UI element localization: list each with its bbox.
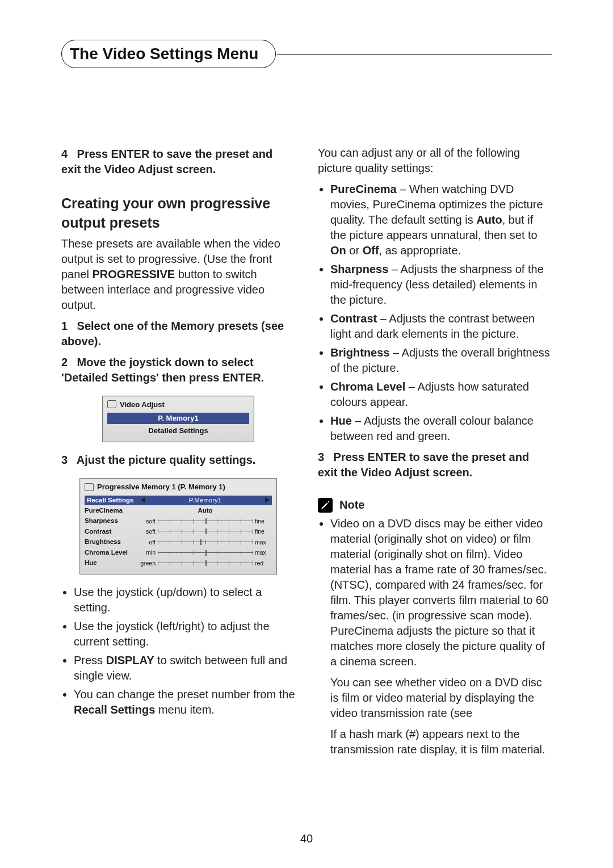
note-bullet: Video on a DVD discs may be either video… (330, 516, 552, 669)
step-3: 3 Ajust the picture quality settings. (61, 452, 295, 468)
note-list: Video on a DVD discs may be either video… (318, 516, 552, 669)
ui2-setting-label: Chroma Level (85, 548, 138, 557)
ui1-highlight: P. Memory1 (107, 413, 249, 424)
columns: 4 Press ENTER to save the preset and exi… (61, 142, 552, 763)
ui2-setting-label: Hue (85, 559, 138, 568)
left-column: 4 Press ENTER to save the preset and exi… (61, 142, 295, 763)
page-number: 40 (0, 832, 613, 845)
ui2-slider: softfine (138, 527, 272, 535)
tv-icon (107, 400, 116, 408)
ui1-sub: Detailed Settings (107, 425, 249, 437)
ui2-setting-row: Huegreenred (85, 558, 272, 569)
ui2-setting-label: Contrast (85, 527, 138, 536)
settings-list: PureCinema – When watching DVD movies, P… (318, 182, 552, 444)
ui2-title-row: Progressive Memory 1 (P. Memory 1) (85, 482, 272, 492)
title-row: The Video Settings Menu (61, 40, 552, 74)
right-lead: You can adjust any or all of the followi… (318, 145, 552, 176)
ui2-setting-row: Brughtnessoffmax (85, 537, 272, 548)
right-column: You can adjust any or all of the followi… (318, 142, 552, 763)
arrow-right-icon (265, 497, 270, 503)
instruction-list: Use the joystick (up/down) to select a s… (61, 585, 295, 718)
ui2-setting-label: Brughtness (85, 538, 138, 547)
note-para-2a: You can see whether video on a DVD disc … (318, 675, 552, 721)
ui2-title: Progressive Memory 1 (P. Memory 1) (97, 482, 225, 492)
subheading: Creating your own progressive output pre… (61, 194, 295, 233)
video-adjust-screenshot: Video Adjust P. Memory1 Detailed Setting… (102, 396, 254, 443)
note-para-2b: If a hash mark (#) appears next to the t… (318, 727, 552, 757)
ui2-recall-row: Recall Settings P.Memory1 (85, 496, 272, 506)
progressive-memory-screenshot: Progressive Memory 1 (P. Memory 1) Recal… (79, 478, 277, 575)
setting-item: Hue – Adjusts the overall colour balance… (330, 413, 552, 444)
setting-item: Brightness – Adjusts the overall brightn… (330, 345, 552, 376)
ui2-setting-label: Sharpness (85, 517, 138, 526)
page: The Video Settings Menu 4 Press ENTER to… (0, 0, 613, 868)
ui2-slider: minmax (138, 548, 272, 556)
step-1: 1 Select one of the Memory presets (see … (61, 318, 295, 349)
ui2-setting-value: Auto (138, 506, 272, 515)
note-label: Note (339, 497, 364, 513)
instruction-item: Use the joystick (left/right) to adjust … (74, 619, 295, 649)
right-step-3: 3 Press ENTER to save the preset and exi… (318, 450, 552, 480)
ui2-recall-label: Recall Settings (87, 496, 141, 505)
ui2-slider: offmax (138, 538, 272, 546)
page-title: The Video Settings Menu (61, 40, 276, 68)
ui2-recall-value: P.Memory1 (189, 496, 221, 505)
step-4: 4 Press ENTER to save the preset and exi… (61, 146, 295, 177)
step-4-text: Press ENTER to save the preset and exit … (61, 148, 272, 175)
setting-item: PureCinema – When watching DVD movies, P… (330, 182, 552, 258)
arrow-left-icon (141, 497, 145, 503)
ui1-title: Video Adjust (120, 400, 165, 410)
note-heading: Note (318, 497, 552, 513)
ui2-setting-row: PureCinemaAuto (85, 505, 272, 516)
intro-paragraph: These presets are available when the vid… (61, 236, 295, 313)
ui2-rows: PureCinemaAutoSharpnesssoftfineContrasts… (85, 505, 272, 568)
ui2-slider: softfine (138, 517, 272, 525)
ui2-setting-row: Chroma Levelminmax (85, 547, 272, 558)
instruction-item: You can change the preset number from th… (74, 687, 295, 718)
instruction-item: Press DISPLAY to switch between full and… (74, 653, 295, 684)
ui2-setting-row: Contrastsoftfine (85, 526, 272, 537)
title-rule (277, 54, 552, 54)
setting-item: Sharpness – Adjusts the sharpness of the… (330, 262, 552, 308)
instruction-item: Use the joystick (up/down) to select a s… (74, 585, 295, 615)
ui2-slider: greenred (138, 559, 272, 567)
tv-icon (85, 483, 94, 491)
pencil-icon (318, 498, 333, 513)
step-4-num: 4 (61, 146, 74, 162)
ui2-setting-row: Sharpnesssoftfine (85, 516, 272, 527)
ui1-title-row: Video Adjust (107, 400, 249, 410)
step-2: 2 Move the joystick down to select 'Deta… (61, 355, 295, 385)
setting-item: Chroma Level – Adjusts how saturated col… (330, 379, 552, 410)
ui2-setting-label: PureCinema (85, 506, 138, 515)
setting-item: Contrast – Adjusts the contrast between … (330, 311, 552, 342)
